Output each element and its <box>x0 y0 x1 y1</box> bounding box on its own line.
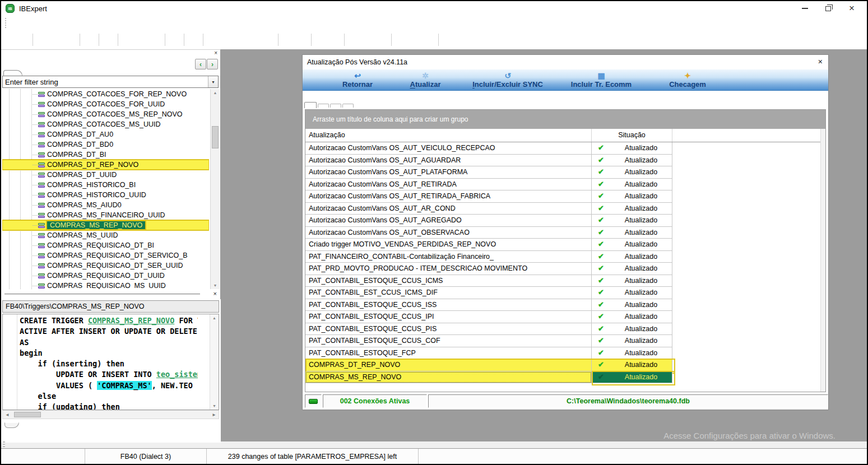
Autorizacao CustomVans OS_AUT_AGUARDAR[interactable]: Autorizacao CustomVans OS_AUT_AGUARDAR ✔… <box>305 155 825 167</box>
grants-key-icon[interactable] <box>262 34 275 46</box>
assistant-tab[interactable] <box>4 422 19 428</box>
paste-icon[interactable] <box>375 34 388 46</box>
COMPRAS_MS_REP_NOVO[interactable]: COMPRAS_MS_REP_NOVO ✔ Atualizado <box>305 371 825 384</box>
update-button[interactable]: ✲ Atualizar <box>391 69 459 90</box>
tree-item[interactable]: COMPRAS_DT_BI <box>2 150 209 160</box>
Autorizacao CustomVans OS_AUT_VEICULO_RECEPCAO[interactable]: Autorizacao CustomVans OS_AUT_VEICULO_RE… <box>305 142 825 155</box>
Autorizacao CustomVans OS_AUT_PLATAFORMA[interactable]: Autorizacao CustomVans OS_AUT_PLATAFORMA… <box>305 166 825 179</box>
dialog-close-icon[interactable]: × <box>818 57 823 66</box>
Autorizacao CustomVans OS_AUT_RETIRADA[interactable]: Autorizacao CustomVans OS_AUT_RETIRADA ✔… <box>305 179 825 191</box>
tree-item[interactable]: COMPRAS_MS_REP_NOVO <box>2 220 209 230</box>
menu-item[interactable] <box>100 16 112 30</box>
database-unregister-icon[interactable] <box>17 34 30 46</box>
new-index-icon[interactable] <box>540 34 553 46</box>
restore-button[interactable] <box>816 1 840 16</box>
dialog-tab[interactable] <box>318 104 329 108</box>
copy-icon[interactable] <box>361 34 374 46</box>
explorer-tab[interactable] <box>36 71 49 75</box>
new-table-icon[interactable] <box>456 34 468 46</box>
notebook-icon[interactable] <box>281 34 294 46</box>
Autorizacao CustomVans OS_AUT_RETIRADA_FABRICA[interactable]: Autorizacao CustomVans OS_AUT_RETIRADA_F… <box>305 190 825 203</box>
menu-item[interactable] <box>63 16 75 30</box>
tree-item[interactable]: COMPRAS_REQUISICAO_DT_SERVICO_B <box>2 250 209 261</box>
group-by-band[interactable]: Arraste um título de coluna aqui para cr… <box>305 110 825 129</box>
find-next-icon[interactable] <box>409 34 421 46</box>
PAT_CONTABIL_ESTOQUE_CCUS_COF[interactable]: PAT_CONTABIL_ESTOQUE_CCUS_COF ✔ Atualiza… <box>305 335 825 347</box>
minimize-button[interactable] <box>793 1 816 16</box>
PAT_CONTABIL_ESTOQUE_CCUS_IPI[interactable]: PAT_CONTABIL_ESTOQUE_CCUS_IPI ✔ Atualiza… <box>305 311 825 323</box>
exit-door-icon[interactable] <box>102 34 115 46</box>
new-check-icon[interactable] <box>526 34 539 46</box>
new-generator-icon[interactable] <box>512 34 524 46</box>
panel-close-icon[interactable]: × <box>214 50 217 57</box>
print-icon[interactable] <box>234 34 247 46</box>
PAT_CONTABIL_ESTOQUE_CCUS_ICMS[interactable]: PAT_CONTABIL_ESTOQUE_CCUS_ICMS ✔ Atualiz… <box>305 275 825 287</box>
tree-scroll-thumb[interactable] <box>212 126 219 148</box>
menu-item[interactable] <box>50 16 63 30</box>
return-button[interactable]: ↩ Retornar <box>324 69 391 90</box>
tree-item[interactable]: COMPRAS_DT_UUID <box>2 170 209 180</box>
close-button[interactable]: × <box>840 1 864 16</box>
dialog-tab[interactable] <box>342 104 354 108</box>
scroll-right-icon[interactable]: ► <box>212 412 216 417</box>
menu-item[interactable] <box>38 16 50 30</box>
new-view-icon[interactable] <box>470 34 482 46</box>
new-document-wizard-icon[interactable] <box>135 34 148 46</box>
Criado trigger MOTIVO_VENDAS_PERDIDAS_REP_NOVO[interactable]: Criado trigger MOTIVO_VENDAS_PERDIDAS_RE… <box>305 239 825 251</box>
copy-objects-icon[interactable] <box>149 34 162 46</box>
tree-item[interactable]: COMPRAS_MS_FINANCEIRO_UUID <box>2 210 209 220</box>
find-metadata-icon[interactable] <box>187 34 200 46</box>
sql-editor[interactable]: CREATE TRIGGER COMPRAS_MS_REP_NOVO FOR T… <box>2 314 219 410</box>
column-header-atualizacao[interactable]: Atualização <box>305 129 592 142</box>
new-procedure-icon[interactable] <box>484 34 496 46</box>
Autorizacao CustomVans OS_AUT_AR_COND[interactable]: Autorizacao CustomVans OS_AUT_AR_COND ✔ … <box>305 203 825 215</box>
tree-item[interactable]: COMPRAS_MS_AIUD0 <box>2 200 209 210</box>
tree-item[interactable]: COMPRAS_DT_AU0 <box>2 129 209 140</box>
connect-icon[interactable] <box>50 34 63 46</box>
options-sphere-icon[interactable] <box>168 34 181 46</box>
tree-item[interactable]: COMPRAS_DT_REP_NOVO <box>2 160 209 170</box>
tree-item[interactable]: COMPRAS_REQUISICAO_MS_UUID <box>2 281 209 289</box>
tree-item[interactable]: COMPRAS_COTACOES_FOR_UUID <box>2 99 209 109</box>
menu-item[interactable] <box>75 16 87 30</box>
tree-item[interactable]: COMPRAS_HISTORICO_BI <box>2 180 209 190</box>
ecomm-button[interactable]: ▦ Incluir Tr. Ecomm <box>556 69 647 90</box>
tree-item[interactable]: COMPRAS_REQUISICAO_DT_UUID <box>2 271 209 281</box>
dock-splitter[interactable]: × <box>1 289 220 299</box>
export-icon[interactable] <box>220 34 233 46</box>
Autorizacao CustomVans OS_AUT_OBSERVACAO[interactable]: Autorizacao CustomVans OS_AUT_OBSERVACAO… <box>305 227 825 239</box>
tree-item[interactable]: COMPRAS_REQUISICAO_DT_BI <box>2 240 209 250</box>
script-icon[interactable] <box>295 34 308 46</box>
tree-scrollbar[interactable]: ▲ ▼ <box>210 89 220 289</box>
find-icon[interactable] <box>394 34 407 46</box>
users-icon[interactable] <box>248 34 261 46</box>
menu-item[interactable] <box>26 16 38 30</box>
scroll-down-icon[interactable]: ▼ <box>210 404 219 408</box>
editor-vscrollbar[interactable]: ▲ ▼ <box>210 314 219 410</box>
database-wizard-icon[interactable] <box>83 34 96 46</box>
nav-back-button[interactable]: ‹ <box>195 59 206 69</box>
assistant-tab[interactable] <box>19 422 33 427</box>
menu-item[interactable] <box>112 16 124 30</box>
PAT_CONTABIL_ESTOQUE_CCUS_ISS[interactable]: PAT_CONTABIL_ESTOQUE_CCUS_ISS ✔ Atualiza… <box>305 299 825 311</box>
column-header-situacao[interactable]: Situação <box>592 129 672 142</box>
dialog-tab[interactable] <box>304 102 317 108</box>
new-document-icon[interactable] <box>121 34 134 46</box>
scroll-up-icon[interactable]: ▲ <box>211 91 220 95</box>
PAT_CONTABIL_ESTOQUE_CCUS_PIS[interactable]: PAT_CONTABIL_ESTOQUE_CCUS_PIS ✔ Atualiza… <box>305 323 825 336</box>
save-icon[interactable] <box>328 34 341 46</box>
nav-forward-button[interactable]: › <box>207 59 218 69</box>
replace-icon[interactable] <box>423 34 435 46</box>
open-folder-icon[interactable] <box>314 34 327 46</box>
disconnect-icon[interactable] <box>36 34 49 46</box>
grid-scrollbar[interactable] <box>820 129 825 392</box>
database-register-icon[interactable] <box>3 34 16 46</box>
explorer-tab[interactable] <box>49 71 63 75</box>
PAT_FINANCEIRO_CONTABIL-Contabilização Financeiro_[interactable]: PAT_FINANCEIRO_CONTABIL-Contabilização F… <box>305 251 825 263</box>
PAT_CONTABIL_ESTOQUE_FCP[interactable]: PAT_CONTABIL_ESTOQUE_FCP ✔ Atualizado <box>305 347 825 360</box>
hscroll-thumb[interactable] <box>14 412 41 417</box>
explorer-tab[interactable] <box>22 71 36 75</box>
scroll-up-icon[interactable]: ▲ <box>210 316 219 320</box>
COMPRAS_DT_REP_NOVO[interactable]: COMPRAS_DT_REP_NOVO ✔ Atualizado <box>305 359 825 371</box>
scroll-down-icon[interactable]: ▼ <box>211 283 220 287</box>
